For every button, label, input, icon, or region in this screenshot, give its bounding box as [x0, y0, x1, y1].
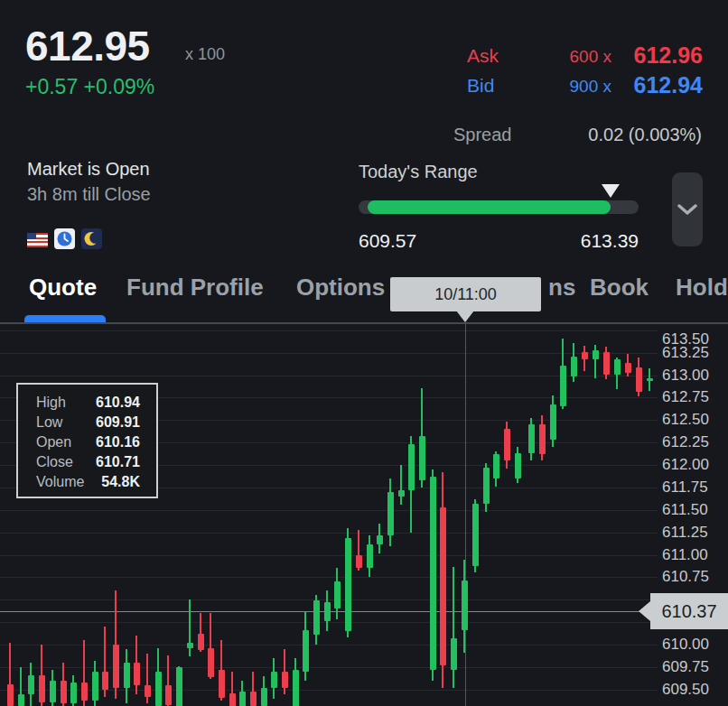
ohlc-row: Close610.71 — [18, 452, 156, 472]
candle-body — [92, 672, 98, 701]
price-axis-label: 611.75 — [662, 478, 708, 497]
range-marker-icon — [602, 184, 620, 198]
range-low-value: 609.57 — [359, 230, 416, 252]
candle-body — [61, 681, 67, 703]
ohlc-label: Volume — [36, 472, 84, 492]
candle-body — [483, 468, 490, 504]
candle-body — [261, 688, 267, 706]
crosshair-tooltip-pointer — [456, 311, 474, 322]
candle-body — [560, 366, 566, 407]
candle-body — [39, 675, 45, 702]
price-gridline — [0, 555, 658, 556]
ohlc-value: 610.71 — [96, 452, 140, 472]
ohlc-label: High — [36, 393, 66, 413]
candle-body — [28, 675, 34, 694]
todays-range-label: Today's Range — [359, 162, 478, 182]
price-axis-label: 611.50 — [662, 501, 708, 519]
ohlc-row: Low609.91 — [18, 413, 156, 432]
candle-body — [408, 444, 415, 490]
us-flag-icon — [27, 233, 48, 247]
market-status: Market is Open — [27, 159, 150, 180]
crosshair-time-tooltip: 10/11:00 — [390, 277, 541, 311]
candle-body — [430, 477, 436, 670]
candle-body — [440, 507, 446, 665]
candle-body — [324, 602, 331, 621]
collapse-header-button[interactable] — [672, 172, 703, 246]
todays-range-fill — [368, 200, 611, 214]
price-gridline — [0, 622, 658, 623]
tab-options[interactable]: Options — [296, 274, 385, 302]
candle-body — [303, 630, 309, 672]
candle-body — [208, 648, 214, 677]
price-axis-label: 610.00 — [662, 636, 709, 654]
bid-label: Bid — [467, 75, 494, 97]
candlestick-chart[interactable]: High610.94Low609.91Open610.16Close610.71… — [0, 323, 728, 706]
tab-partially-hidden[interactable]: ns — [548, 274, 575, 302]
price-axis-label: 613.25 — [662, 344, 709, 362]
last-price: 612.95 — [25, 22, 150, 70]
tab-fund-profile[interactable]: Fund Profile — [126, 274, 264, 302]
candle-body — [367, 544, 373, 569]
ohlc-hover-box: High610.94Low609.91Open610.16Close610.71… — [16, 383, 158, 498]
candle-body — [282, 672, 288, 688]
chevron-down-icon — [677, 204, 697, 216]
spread-label: Spread — [453, 125, 512, 145]
candle-body — [113, 645, 119, 688]
quote-page: 612.95 x 100 +0.57 +0.09% Ask 600 x 612.… — [0, 0, 728, 706]
session-icons — [27, 228, 102, 249]
candle-body — [345, 538, 351, 631]
candle-body — [250, 692, 257, 706]
candle-body — [493, 454, 499, 478]
ask-price[interactable]: 612.96 — [612, 42, 703, 69]
candle-body — [603, 352, 610, 375]
price-axis-label: 611.25 — [662, 524, 708, 542]
price-gridline — [0, 645, 658, 646]
candle-body — [377, 535, 383, 544]
candle-body — [334, 581, 341, 608]
ohlc-row: Volume54.8K — [18, 472, 156, 492]
ohlc-label: Open — [36, 432, 71, 452]
ohlc-value: 54.8K — [101, 472, 140, 492]
price-axis-label: 609.50 — [662, 681, 709, 699]
ohlc-row: High610.94 — [18, 393, 156, 413]
candle-body — [102, 672, 108, 690]
tab-holdings[interactable]: Hold — [676, 274, 728, 302]
candle-body — [81, 683, 88, 701]
price-gridline — [0, 690, 658, 691]
bid-price[interactable]: 612.94 — [612, 72, 703, 98]
candle-body — [593, 350, 599, 359]
candle-wick — [400, 465, 402, 505]
tab-quote[interactable]: Quote — [29, 274, 97, 302]
tab-book[interactable]: Book — [590, 274, 649, 302]
candle-body — [398, 490, 405, 497]
ohlc-value: 610.16 — [96, 432, 140, 452]
ohlc-value: 610.94 — [96, 393, 140, 413]
lot-size: x 100 — [185, 45, 225, 64]
candle-body — [50, 681, 56, 702]
candle-body — [124, 663, 130, 688]
candle-body — [219, 670, 225, 698]
candle-body — [614, 359, 621, 375]
candle-body — [419, 436, 425, 480]
candle-body — [198, 634, 204, 650]
candle-body — [187, 643, 193, 648]
ask-label: Ask — [467, 45, 499, 67]
price-axis-label: 612.25 — [662, 433, 709, 451]
range-high-value: 613.39 — [548, 230, 639, 252]
price-gridline — [0, 510, 658, 511]
candle-body — [356, 555, 362, 569]
crosshair-horizontal-line — [0, 611, 639, 612]
spread-value: 0.02 (0.003%) — [521, 125, 702, 145]
ohlc-row: Open610.16 — [18, 432, 156, 452]
candle-body — [239, 692, 246, 706]
price-axis-label: 612.00 — [662, 456, 709, 474]
price-axis-label: 611.00 — [662, 546, 708, 564]
price-gridline — [0, 667, 658, 668]
todays-range-bar — [359, 200, 639, 214]
candle-body — [155, 672, 162, 706]
crosshair-price-tag-arrow — [639, 601, 650, 621]
ask-size: 600 x — [542, 47, 611, 67]
candle-body — [387, 492, 394, 535]
candle-body — [636, 367, 642, 393]
candle-body — [293, 670, 299, 706]
